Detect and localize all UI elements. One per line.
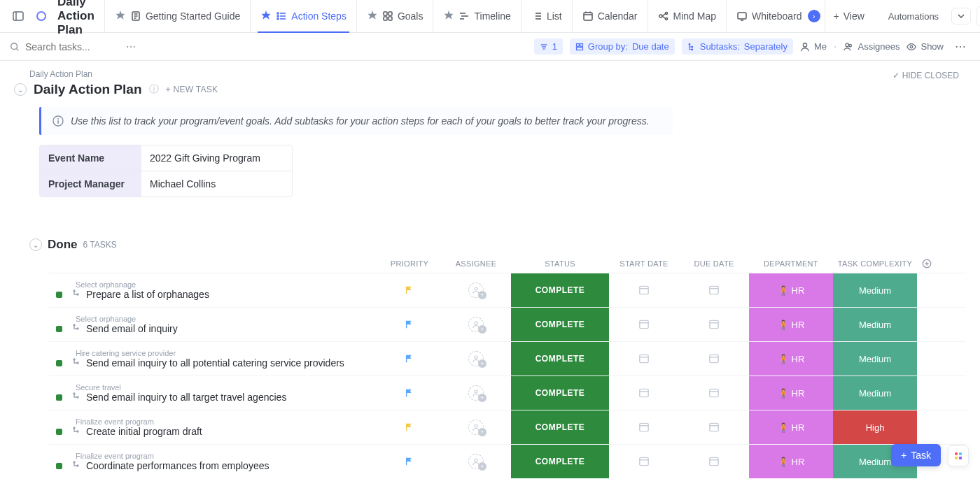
assignee-cell[interactable]: + [441, 273, 511, 307]
status-square-icon[interactable] [56, 394, 62, 401]
meta-value[interactable]: 2022 Gift Giving Program [141, 145, 292, 171]
task-main[interactable]: Select orphanage Send email of inquiry [49, 308, 378, 341]
status-square-icon[interactable] [56, 292, 62, 298]
subtasks-chip[interactable]: Subtasks: Separately [682, 38, 793, 55]
col-header[interactable]: TASK COMPLEXITY [833, 259, 917, 268]
status-cell[interactable]: COMPLETE [511, 342, 609, 376]
tab-action-steps[interactable]: Action Steps [250, 0, 356, 32]
tab-list[interactable]: List [521, 0, 572, 32]
tab-timeline[interactable]: Timeline [433, 0, 520, 32]
start-date-cell[interactable] [609, 342, 679, 376]
priority-cell[interactable] [378, 410, 441, 444]
status-cell[interactable]: COMPLETE [511, 308, 609, 341]
hide-closed-toggle[interactable]: ✓ HIDE CLOSED [892, 71, 959, 80]
tabs-scroll-right[interactable]: › [806, 10, 825, 22]
status-square-icon[interactable] [56, 326, 62, 332]
priority-cell[interactable] [378, 308, 441, 341]
complexity-cell[interactable]: Medium [833, 308, 917, 341]
list-space-icon[interactable] [32, 8, 50, 24]
show-toggle[interactable]: Show [906, 41, 944, 52]
due-date-cell[interactable] [679, 410, 749, 444]
start-date-cell[interactable] [609, 445, 679, 478]
start-date-cell[interactable] [609, 273, 679, 307]
automations-button[interactable]: Automations [881, 7, 946, 26]
department-cell[interactable]: 🧍HR [749, 410, 833, 444]
assignees-filter[interactable]: Assignees [844, 41, 899, 52]
me-filter[interactable]: Me [800, 41, 827, 52]
start-date-cell[interactable] [609, 376, 679, 410]
breadcrumb[interactable]: Daily Action Plan [14, 69, 966, 79]
status-square-icon[interactable] [56, 463, 62, 469]
col-header[interactable]: DUE DATE [679, 259, 749, 268]
col-header[interactable]: DEPARTMENT [749, 259, 833, 268]
status-cell[interactable]: COMPLETE [511, 273, 609, 307]
due-date-cell[interactable] [679, 445, 749, 478]
more-options-icon[interactable]: ⋯ [951, 37, 970, 56]
department-cell[interactable]: 🧍HR [749, 376, 833, 410]
assignee-cell[interactable]: + [441, 376, 511, 410]
task-main[interactable]: Hire catering service provider Send emai… [49, 342, 378, 376]
tab-mindmap[interactable]: Mind Map [648, 0, 726, 32]
task-main[interactable]: Finalize event program Create initial pr… [49, 410, 378, 444]
status-cell[interactable]: COMPLETE [511, 445, 609, 478]
status-square-icon[interactable] [56, 429, 62, 435]
priority-cell[interactable] [378, 273, 441, 307]
col-header[interactable]: START DATE [609, 259, 679, 268]
collapse-group-button[interactable]: ⌄ [29, 238, 42, 251]
task-row[interactable]: Hire catering service provider Send emai… [49, 341, 966, 376]
search-input[interactable] [25, 41, 116, 52]
department-cell[interactable]: 🧍HR [749, 273, 833, 307]
tab-getting-started[interactable]: Getting Started Guide [104, 0, 250, 32]
add-column-button[interactable] [917, 259, 937, 269]
filter-count-chip[interactable]: 1 [534, 38, 563, 55]
search-more-icon[interactable]: ⋯ [122, 38, 140, 55]
share-button[interactable]: Share [976, 6, 980, 27]
collapse-list-button[interactable]: ⌄ [14, 83, 27, 96]
complexity-cell[interactable]: Medium [833, 342, 917, 376]
due-date-cell[interactable] [679, 342, 749, 376]
due-date-cell[interactable] [679, 376, 749, 410]
add-view-button[interactable]: + View [825, 0, 873, 32]
col-header[interactable]: PRIORITY [378, 259, 441, 268]
task-main[interactable]: Secure travel Send email inquiry to all … [49, 376, 378, 410]
task-row[interactable]: Finalize event program Coordinate perfor… [49, 444, 966, 478]
department-cell[interactable]: 🧍HR [749, 342, 833, 376]
department-cell[interactable]: 🧍HR [749, 445, 833, 478]
complexity-cell[interactable]: High [833, 410, 917, 444]
complexity-cell[interactable]: Medium [833, 376, 917, 410]
priority-cell[interactable] [378, 376, 441, 410]
collapse-sidebar-icon[interactable] [8, 8, 28, 24]
task-row[interactable]: Finalize event program Create initial pr… [49, 410, 966, 444]
due-date-cell[interactable] [679, 273, 749, 307]
due-date-cell[interactable] [679, 308, 749, 341]
tab-calendar[interactable]: Calendar [572, 0, 648, 32]
start-date-cell[interactable] [609, 308, 679, 341]
groupby-chip[interactable]: Group by: Due date [570, 38, 675, 55]
tab-whiteboard[interactable]: Whiteboard [726, 0, 806, 32]
automations-dropdown[interactable] [951, 8, 971, 24]
task-row[interactable]: Secure travel Send email inquiry to all … [49, 376, 966, 410]
info-icon[interactable]: ⓘ [149, 83, 159, 96]
assignee-cell[interactable]: + [441, 308, 511, 341]
task-row[interactable]: Select orphanage Send email of inquiry +… [49, 307, 966, 341]
apps-menu-button[interactable] [948, 445, 969, 466]
assignee-cell[interactable]: + [441, 342, 511, 376]
priority-cell[interactable] [378, 445, 441, 478]
status-cell[interactable]: COMPLETE [511, 410, 609, 444]
meta-value[interactable]: Michael Collins [141, 171, 292, 196]
complexity-cell[interactable]: Medium [833, 273, 917, 307]
task-main[interactable]: Select orphanage Prepare a list of orpha… [49, 273, 378, 307]
status-cell[interactable]: COMPLETE [511, 376, 609, 410]
priority-cell[interactable] [378, 342, 441, 376]
department-cell[interactable]: 🧍HR [749, 308, 833, 341]
task-row[interactable]: Select orphanage Prepare a list of orpha… [49, 273, 966, 307]
new-task-button[interactable]: + NEW TASK [166, 85, 218, 94]
create-task-fab[interactable]: + Task [891, 444, 941, 466]
tab-goals[interactable]: Goals [356, 0, 433, 32]
col-header[interactable]: ASSIGNEE [441, 259, 511, 268]
assignee-cell[interactable]: + [441, 410, 511, 444]
status-square-icon[interactable] [56, 360, 62, 366]
start-date-cell[interactable] [609, 410, 679, 444]
col-header[interactable]: STATUS [511, 259, 609, 268]
task-main[interactable]: Finalize event program Coordinate perfor… [49, 445, 378, 478]
